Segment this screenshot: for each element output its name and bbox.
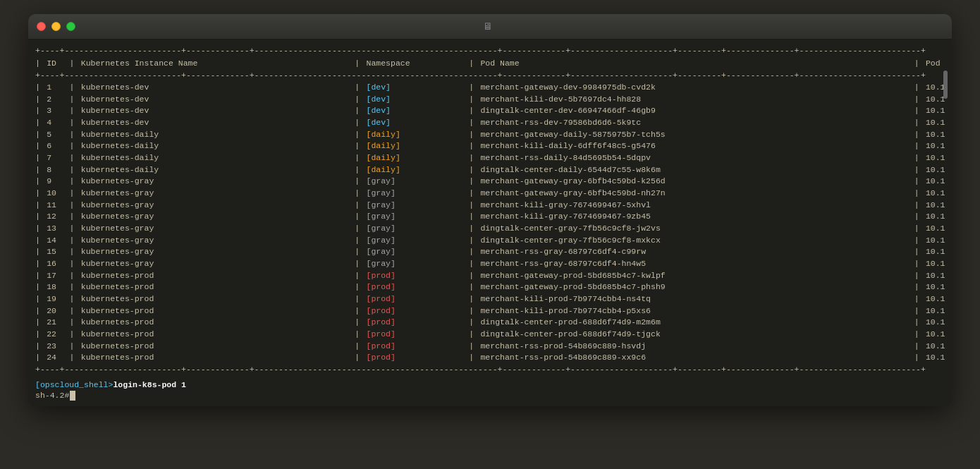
prompt-command: login-k8s-pod 1 xyxy=(113,380,186,389)
close-button[interactable] xyxy=(37,22,46,31)
table-row: | 24 | kubernetes-prod | [prod] | mercha… xyxy=(35,352,945,364)
table-row: | 11 | kubernetes-gray | [gray] | mercha… xyxy=(35,200,945,212)
table-row: | 21 | kubernetes-prod | [prod] | dingta… xyxy=(35,317,945,329)
table-row: | 16 | kubernetes-gray | [gray] | mercha… xyxy=(35,258,945,270)
table-row: | 9 | kubernetes-gray | [gray] | merchan… xyxy=(35,176,945,188)
table-row: | 13 | kubernetes-gray | [gray] | dingta… xyxy=(35,223,945,235)
prompt-line: [opscloud_shell>login-k8s-pod 1 xyxy=(35,380,945,389)
table-row: | 3 | kubernetes-dev | [dev] | dingtalk-… xyxy=(35,105,945,117)
table-row: | 14 | kubernetes-gray | [gray] | dingta… xyxy=(35,235,945,247)
shell-prompt: sh-4.2# xyxy=(35,391,69,400)
table-row: | 5 | kubernetes-daily | [daily] | merch… xyxy=(35,129,945,141)
table-row: | 12 | kubernetes-gray | [gray] | mercha… xyxy=(35,211,945,223)
table-row: | 17 | kubernetes-prod | [prod] | mercha… xyxy=(35,270,945,282)
table-row: | 18 | kubernetes-prod | [prod] | mercha… xyxy=(35,281,945,293)
terminal-icon: 🖥 xyxy=(483,21,493,32)
table-row: | 1 | kubernetes-dev | [dev] | merchant-… xyxy=(35,82,945,94)
cursor xyxy=(70,391,75,401)
terminal-window: 🖥 +----+------------------------+-------… xyxy=(28,14,952,406)
table-row: | 19 | kubernetes-prod | [prod] | mercha… xyxy=(35,293,945,305)
table-row: | 15 | kubernetes-gray | [gray] | mercha… xyxy=(35,246,945,258)
terminal-body[interactable]: +----+------------------------+---------… xyxy=(28,39,952,376)
table-row: | 4 | kubernetes-dev | [dev] | merchant-… xyxy=(35,117,945,129)
table-row: | 10 | kubernetes-gray | [gray] | mercha… xyxy=(35,188,945,200)
window-title: 🖥 xyxy=(483,21,497,32)
minimize-button[interactable] xyxy=(51,22,61,31)
table-row: | 6 | kubernetes-daily | [daily] | merch… xyxy=(35,140,945,152)
scrollbar[interactable] xyxy=(943,71,948,99)
prompt-prefix: [opscloud_shell> xyxy=(35,380,113,389)
table-row: | 2 | kubernetes-dev | [dev] | merchant-… xyxy=(35,94,945,106)
pod-table: +----+------------------------+---------… xyxy=(35,45,945,376)
table-row: | 22 | kubernetes-prod | [prod] | dingta… xyxy=(35,329,945,341)
bottom-area: [opscloud_shell>login-k8s-pod 1 sh-4.2# xyxy=(28,376,952,406)
titlebar: 🖥 xyxy=(28,14,952,39)
table-row: | 8 | kubernetes-daily | [daily] | dingt… xyxy=(35,164,945,176)
table-row: | 7 | kubernetes-daily | [daily] | merch… xyxy=(35,152,945,164)
maximize-button[interactable] xyxy=(66,22,75,31)
table-row: | 20 | kubernetes-prod | [prod] | mercha… xyxy=(35,305,945,317)
traffic-lights xyxy=(37,22,75,31)
table-container: +----+------------------------+---------… xyxy=(35,45,945,376)
shell-line: sh-4.2# xyxy=(35,391,945,401)
table-row: | 23 | kubernetes-prod | [prod] | mercha… xyxy=(35,341,945,353)
